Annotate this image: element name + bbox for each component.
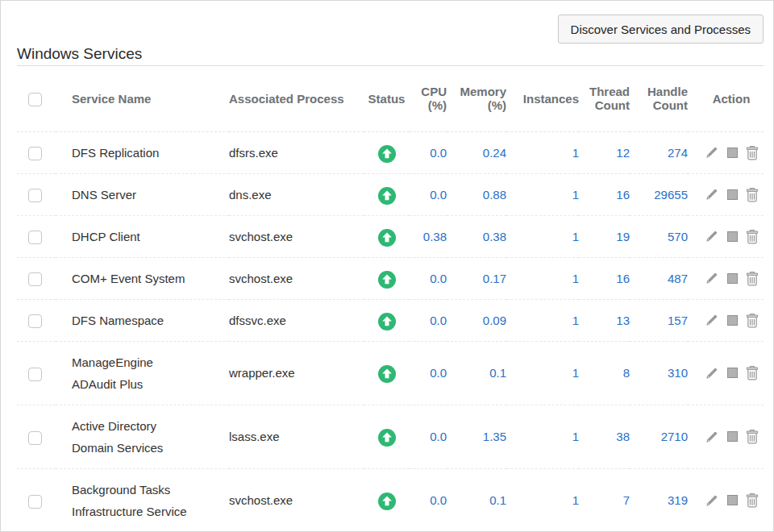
stop-icon[interactable]	[727, 495, 738, 505]
instances-value[interactable]: 1	[506, 215, 579, 257]
stop-icon[interactable]	[727, 431, 738, 442]
handle-count-value[interactable]: 274	[630, 131, 688, 173]
table-row: DFS Replication dfsrs.exe 0.0 0.24 1 12 …	[17, 131, 764, 173]
page-title: Windows Services	[17, 44, 764, 64]
instances-value[interactable]: 1	[506, 257, 579, 299]
edit-icon[interactable]	[705, 313, 719, 327]
stop-icon[interactable]	[727, 315, 738, 326]
edit-icon[interactable]	[705, 271, 719, 285]
associated-process: dns.exe	[229, 173, 364, 215]
thread-count-value[interactable]: 8	[579, 341, 630, 405]
associated-process: svchost.exe	[229, 257, 364, 299]
row-checkbox[interactable]	[28, 368, 42, 381]
discover-services-button[interactable]: Discover Services and Processes	[558, 15, 764, 44]
col-header-action: Action	[688, 66, 764, 131]
delete-icon[interactable]	[746, 271, 759, 286]
status-up-icon	[378, 365, 396, 383]
stop-icon[interactable]	[727, 231, 738, 242]
cpu-value[interactable]: 0.0	[410, 468, 447, 532]
cpu-value[interactable]: 0.38	[410, 215, 447, 257]
memory-value[interactable]: 0.17	[447, 257, 506, 299]
delete-icon[interactable]	[746, 229, 759, 244]
table-row: ManageEngine ADAudit Plus wrapper.exe 0.…	[17, 341, 764, 405]
handle-count-value[interactable]: 319	[630, 468, 688, 532]
instances-value[interactable]: 1	[506, 173, 579, 215]
cpu-value[interactable]: 0.0	[410, 257, 447, 299]
thread-count-value[interactable]: 16	[579, 173, 630, 215]
edit-icon[interactable]	[705, 366, 719, 380]
cpu-value[interactable]: 0.0	[410, 173, 447, 215]
service-name: ManageEngine ADAudit Plus	[56, 341, 229, 405]
row-actions	[699, 271, 764, 286]
instances-value[interactable]: 1	[506, 131, 579, 173]
memory-value[interactable]: 0.09	[447, 299, 506, 341]
row-checkbox[interactable]	[28, 231, 42, 244]
thread-count-value[interactable]: 7	[579, 468, 630, 532]
memory-value[interactable]: 0.88	[447, 173, 506, 215]
row-checkbox[interactable]	[28, 314, 42, 328]
instances-value[interactable]: 1	[506, 299, 579, 341]
handle-count-value[interactable]: 29655	[630, 173, 688, 215]
memory-value[interactable]: 0.24	[447, 131, 506, 173]
cpu-value[interactable]: 0.0	[410, 341, 447, 405]
row-checkbox[interactable]	[28, 272, 42, 286]
cpu-value[interactable]: 0.0	[410, 299, 447, 341]
instances-value[interactable]: 1	[506, 341, 579, 405]
thread-count-value[interactable]: 16	[579, 257, 630, 299]
delete-icon[interactable]	[746, 365, 759, 380]
row-actions	[699, 429, 764, 444]
edit-icon[interactable]	[705, 145, 719, 160]
delete-icon[interactable]	[746, 493, 759, 508]
row-checkbox[interactable]	[28, 189, 42, 202]
col-header-service-name: Service Name	[56, 66, 229, 131]
stop-icon[interactable]	[727, 273, 738, 284]
thread-count-value[interactable]: 19	[579, 215, 630, 257]
handle-count-value[interactable]: 310	[630, 341, 688, 405]
service-name: DNS Server	[56, 173, 229, 215]
edit-icon[interactable]	[705, 229, 719, 243]
edit-icon[interactable]	[705, 430, 719, 444]
services-table: Service Name Associated Process Status C…	[17, 66, 764, 532]
thread-count-value[interactable]: 38	[579, 405, 630, 468]
associated-process: wrapper.exe	[229, 341, 364, 405]
col-header-associated-process: Associated Process	[229, 66, 364, 131]
delete-icon[interactable]	[746, 429, 759, 444]
delete-icon[interactable]	[746, 313, 759, 328]
row-actions	[699, 365, 764, 380]
delete-icon[interactable]	[746, 145, 759, 160]
memory-value[interactable]: 0.1	[447, 341, 506, 405]
stop-icon[interactable]	[727, 189, 738, 200]
windows-services-page: Discover Services and Processes Windows …	[0, 0, 774, 532]
delete-icon[interactable]	[746, 187, 759, 202]
cpu-value[interactable]: 0.0	[410, 131, 447, 173]
instances-value[interactable]: 1	[506, 405, 579, 468]
memory-value[interactable]: 0.38	[447, 215, 506, 257]
stop-icon[interactable]	[727, 368, 738, 378]
table-row: Active Directory Domain Services lsass.e…	[17, 405, 764, 468]
handle-count-value[interactable]: 157	[630, 299, 688, 341]
row-actions	[699, 313, 764, 328]
select-all-checkbox[interactable]	[28, 93, 42, 106]
service-name: DFS Replication	[56, 131, 229, 173]
handle-count-value[interactable]: 2710	[630, 405, 688, 468]
handle-count-value[interactable]: 570	[630, 215, 688, 257]
associated-process: dfssvc.exe	[229, 299, 364, 341]
thread-count-value[interactable]: 12	[579, 131, 630, 173]
row-checkbox[interactable]	[28, 147, 42, 160]
status-up-icon	[378, 187, 396, 205]
row-actions	[699, 229, 764, 244]
edit-icon[interactable]	[705, 187, 719, 202]
instances-value[interactable]: 1	[506, 468, 579, 532]
thread-count-value[interactable]: 13	[579, 299, 630, 341]
row-checkbox[interactable]	[28, 431, 42, 445]
service-name: COM+ Event System	[56, 257, 229, 299]
cpu-value[interactable]: 0.0	[410, 405, 447, 468]
service-name: Active Directory Domain Services	[56, 405, 229, 468]
handle-count-value[interactable]: 487	[630, 257, 688, 299]
memory-value[interactable]: 1.35	[447, 405, 506, 468]
row-checkbox[interactable]	[28, 495, 42, 509]
status-up-icon	[378, 229, 396, 247]
memory-value[interactable]: 0.1	[447, 468, 506, 532]
edit-icon[interactable]	[705, 493, 719, 508]
stop-icon[interactable]	[727, 148, 738, 158]
